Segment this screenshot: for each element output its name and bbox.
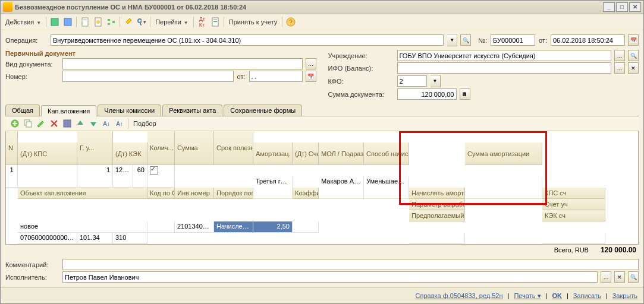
cell-srok[interactable]: 60 (133, 165, 147, 188)
col-kpssch[interactable]: КПС сч (542, 188, 605, 199)
maximize-button[interactable]: □ (616, 2, 628, 12)
accept-button[interactable]: Принять к учету (227, 18, 280, 26)
col-gu[interactable]: Г. у... (77, 131, 113, 165)
cell-n[interactable]: 1 (6, 165, 18, 188)
col-nachisl[interactable]: Начислять аморти... (409, 188, 465, 199)
print-link[interactable]: Печать ▾ (514, 292, 541, 300)
sort-desc-icon[interactable]: А↑ (114, 118, 125, 129)
help-icon[interactable]: ? (285, 16, 297, 28)
attach-icon[interactable] (122, 16, 134, 28)
cell-predp[interactable] (409, 244, 465, 245)
post-icon[interactable] (49, 16, 61, 28)
cell-kek[interactable]: 310 (113, 233, 147, 244)
col-poryadok[interactable]: Порядок погаше... (214, 188, 253, 199)
doc-type-input[interactable] (62, 58, 303, 69)
docsum-input[interactable]: 120 000,00 (397, 88, 457, 100)
doc-type-select-icon[interactable]: … (306, 58, 316, 69)
report-icon[interactable] (209, 16, 221, 28)
col-kolich[interactable]: Колич... (147, 131, 175, 165)
number-input[interactable]: БУ000001 (491, 34, 535, 46)
tree-icon[interactable] (105, 16, 117, 28)
cell-sum[interactable]: 120 000,00 (113, 165, 133, 188)
cell-amgrp[interactable]: Третья группа ... (253, 176, 293, 199)
cell-inv[interactable]: 2101340300... (175, 221, 214, 233)
operation-combo[interactable]: Внутриведомственное перемещение ОС (101.… (51, 34, 444, 46)
comment-input[interactable] (62, 259, 639, 270)
cell-nachisl[interactable] (147, 165, 175, 188)
col-summa[interactable]: Сумма (175, 131, 214, 165)
col-obj[interactable]: Объект кап.вложения (18, 188, 147, 199)
ifo-input[interactable] (397, 62, 612, 74)
cell-koef[interactable]: 2,50 (253, 221, 293, 233)
cell-sumam[interactable] (465, 176, 542, 199)
col-n[interactable]: N (6, 131, 18, 165)
institution-search-icon[interactable]: 🔍 (628, 50, 639, 61)
actions-menu[interactable]: Действия ▼ (3, 18, 43, 26)
col-amgrp[interactable]: Амортизац. группа (253, 142, 293, 165)
doc-number-input[interactable] (62, 71, 234, 82)
tab-capital[interactable]: Кап.вложения (41, 105, 96, 116)
dtkt-icon[interactable]: ДтКт (196, 16, 208, 28)
save-icon[interactable] (62, 16, 74, 28)
kfo-dropdown-icon[interactable]: ▼ (431, 75, 441, 87)
cell-keksch[interactable] (542, 244, 605, 245)
close-button[interactable]: ✕ (629, 2, 641, 12)
ok-button[interactable]: OK (552, 292, 562, 299)
institution-select-icon[interactable]: … (614, 50, 625, 61)
col-mol[interactable]: МОЛ / Подразделе... (319, 142, 364, 165)
col-sposob[interactable]: Способ начисления ... (364, 142, 409, 165)
cell-mol[interactable]: Макаров А. Г. - Склад (319, 176, 364, 199)
performer-clear-icon[interactable]: ✕ (614, 271, 625, 283)
cell-obj[interactable]: новое (18, 221, 147, 233)
doc-date-picker-icon[interactable]: 📅 (306, 71, 316, 82)
add-row-icon[interactable] (9, 118, 21, 129)
col-dtkek[interactable]: (Дт) КЭК (113, 142, 147, 165)
tab-forms[interactable]: Сохраненные формы (224, 104, 302, 116)
grid[interactable]: N Объект кап.вложения Г. у... Колич... С… (5, 131, 639, 245)
sort-asc-icon[interactable]: А↓ (100, 118, 112, 129)
col-inv[interactable]: Инв.номер (175, 188, 214, 199)
doc1-icon[interactable] (79, 16, 91, 28)
tab-act[interactable]: Реквизиты акта (162, 104, 222, 116)
docsum-calc-icon[interactable]: 🖩 (460, 88, 470, 100)
move-up-icon[interactable] (74, 118, 86, 129)
cell-okof[interactable] (147, 221, 175, 233)
date-picker-icon[interactable]: 📅 (628, 34, 639, 46)
copy-row-icon[interactable] (22, 118, 34, 129)
doc-date-input[interactable]: . . (249, 71, 303, 82)
cell-kpssch[interactable] (293, 221, 319, 233)
performer-input[interactable]: Петров Павел Иванович (62, 271, 598, 283)
edit-row-icon[interactable] (35, 118, 47, 129)
col-srok[interactable]: Срок полезн. исполь... (214, 131, 253, 165)
col-koef[interactable]: Коэффициент ускорения (293, 188, 319, 199)
goto-menu[interactable]: Перейти ▼ (153, 18, 191, 26)
col-dtsch[interactable]: (Дт) Счет (293, 142, 319, 165)
col-predp[interactable]: Предполагаемый объем... (409, 210, 465, 221)
col-keksch[interactable]: КЭК сч (542, 210, 605, 221)
institution-input[interactable]: ГОБУ ВПО Университет искусств (Субсидия) (397, 50, 612, 61)
col-param[interactable]: Параметр выработки (409, 199, 465, 210)
save-grid-icon[interactable] (61, 118, 73, 129)
close-link[interactable]: Закрыть (612, 292, 637, 299)
cell-sch[interactable]: 101.34 (77, 233, 113, 244)
kfo-input[interactable]: 2 (397, 75, 427, 87)
cell-gu[interactable] (18, 165, 77, 188)
performer-select-icon[interactable]: … (601, 271, 611, 283)
col-okof[interactable]: Код по ОК... (147, 188, 175, 199)
cell-schuch[interactable] (542, 233, 605, 244)
operation-dropdown-icon[interactable]: ▼ (447, 34, 457, 46)
ifo-clear-icon[interactable]: ✕ (628, 62, 639, 74)
cell-poryadok[interactable]: Начисление ам... (214, 221, 253, 233)
tab-commission[interactable]: Члены комиссии (98, 104, 161, 116)
delete-row-icon[interactable] (48, 118, 60, 129)
doc2-icon[interactable] (92, 16, 104, 28)
move-down-icon[interactable] (87, 118, 99, 129)
date-input[interactable]: 06.02.2018 18:50:24 (551, 34, 625, 46)
operation-search-icon[interactable]: 🔍 (460, 34, 471, 46)
col-schuch[interactable]: Счет уч (542, 199, 605, 210)
podbor-button[interactable]: Подбор (131, 120, 159, 127)
cell-sposob[interactable]: Уменьшаемого остатка (364, 176, 409, 199)
col-sumam[interactable]: Сумма амортизации (465, 142, 542, 165)
cell-param[interactable] (409, 233, 465, 244)
ifo-select-icon[interactable]: … (614, 62, 625, 74)
